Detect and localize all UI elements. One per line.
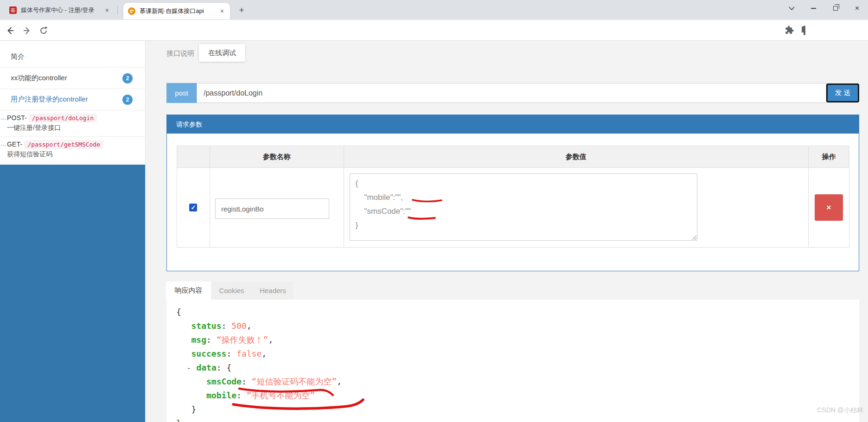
minimize-button[interactable] (803, 0, 824, 16)
json-line: success: false, (176, 347, 342, 361)
tab-api-description[interactable]: 接口说明 (166, 49, 194, 58)
cell-param-name (210, 168, 344, 247)
browser-toolbar: localhost:8003/doc.html 更新 ⋮ (0, 20, 868, 41)
row-checkbox[interactable]: ✓ (189, 204, 197, 211)
tab-title: 媒体号作家中心 - 注册/登录 (21, 6, 100, 14)
json-line: msg: “操作失败！”, (176, 333, 342, 347)
tab-cookies[interactable]: Cookies (211, 281, 252, 300)
sidebar: 简介xx功能的controller2用户注册登录的controller2POST… (0, 41, 146, 422)
json-line: smsCode: “短信验证码不能为空”, (176, 375, 342, 389)
api-method: POST- (7, 114, 27, 121)
restore-button[interactable] (824, 0, 846, 16)
api-doc-favicon (128, 7, 135, 15)
json-line: { (176, 305, 342, 319)
cell-select: ✓ (177, 168, 210, 247)
main-content: 接口说明 在线调试 post 发 送 请求参数 参数名称 参数值 操作 ✓ (146, 41, 868, 422)
param-name-input[interactable] (215, 198, 329, 219)
table-header-row: 参数名称 参数值 操作 (177, 146, 849, 168)
close-button[interactable]: × (846, 0, 868, 16)
sidebar-filler (0, 165, 145, 422)
tab-online-debug[interactable]: 在线调试 (199, 44, 245, 62)
tab-search-chevron-icon[interactable] (781, 0, 803, 16)
api-path: /passport/doLogin (29, 114, 97, 122)
sidebar-item-api[interactable]: GET-/passport/getSMSCode获得短信验证码 (0, 137, 145, 163)
new-tab-button[interactable]: + (236, 4, 248, 16)
json-line: } (176, 416, 342, 422)
browser-window: 慕 媒体号作家中心 - 注册/登录 × 慕课新闻·自媒体接口api × + × (0, 0, 868, 422)
extensions-puzzle-icon[interactable] (784, 25, 794, 35)
api-desc: 一键注册/登录接口 (7, 124, 140, 132)
sidebar-items: 简介xx功能的controller2用户注册登录的controller2POST… (0, 46, 145, 163)
panel-title: 请求参数 (167, 115, 859, 134)
tab-close-icon[interactable]: × (219, 7, 225, 15)
response-json: { status: 500, msg: “操作失败！”, success: fa… (176, 305, 342, 422)
sidebar-item-intro[interactable]: 简介 (0, 46, 145, 68)
browser-tab-bar: 慕 媒体号作家中心 - 注册/登录 × 慕课新闻·自媒体接口api × + × (0, 0, 868, 20)
request-url-input[interactable] (197, 83, 826, 103)
http-method-chip: post (166, 83, 197, 103)
tab-response-content[interactable]: 响应内容 (166, 281, 211, 300)
api-desc: 获得短信验证码 (7, 150, 140, 159)
params-table: 参数名称 参数值 操作 ✓ { "mobile":"", "smsCode" (177, 146, 849, 248)
sidebar-item-label: xx功能的controller (11, 74, 67, 82)
sidebar-item-label: 简介 (11, 52, 25, 60)
tab-close-icon[interactable]: × (104, 6, 110, 14)
back-button[interactable] (4, 24, 17, 37)
sidebar-item-controller[interactable]: 用户注册登录的controller2 (0, 89, 145, 110)
sidebar-item-api[interactable]: POST-/passport/doLogin一键注册/登录接口 (0, 110, 145, 137)
browser-tab-api-doc[interactable]: 慕课新闻·自媒体接口api × (123, 3, 230, 19)
send-button[interactable]: 发 送 (826, 83, 859, 102)
table-row: ✓ { "mobile":"", "smsCode":"" } × (177, 168, 849, 248)
col-actions: 操作 (809, 146, 849, 167)
sidebar-item-label: 用户注册登录的controller (11, 95, 88, 103)
param-value-textarea[interactable]: { "mobile":"", "smsCode":"" } (350, 173, 697, 241)
json-line: mobile: “手机号不能为空” (176, 389, 342, 403)
api-method: GET- (7, 141, 22, 148)
forward-button[interactable] (20, 24, 33, 37)
reload-button[interactable] (37, 24, 50, 37)
tab-headers[interactable]: Headers (252, 281, 294, 300)
col-select (177, 146, 210, 167)
json-line: - data: { (176, 361, 342, 375)
browser-tab-writer-center[interactable]: 慕 媒体号作家中心 - 注册/登录 × (5, 2, 115, 19)
count-badge: 2 (122, 95, 133, 105)
tab-title: 慕课新闻·自媒体接口api (140, 7, 215, 15)
api-path: /passport/getSMSCode (24, 140, 103, 149)
side-panel-icon[interactable] (804, 26, 805, 35)
writer-center-favicon: 慕 (9, 6, 17, 14)
json-line: status: 500, (176, 319, 342, 333)
cell-param-value: { "mobile":"", "smsCode":"" } (344, 168, 809, 247)
doc-page: 简介xx功能的controller2用户注册登录的controller2POST… (0, 41, 868, 422)
window-controls: × (781, 0, 868, 17)
cell-actions: × (809, 168, 849, 247)
json-line: } (176, 403, 342, 416)
col-param-name: 参数名称 (210, 146, 344, 167)
sidebar-item-controller[interactable]: xx功能的controller2 (0, 68, 145, 89)
col-param-value: 参数值 (344, 146, 809, 167)
csdn-watermark: CSDN @小枯林 (817, 406, 863, 415)
response-body: { status: 500, msg: “操作失败！”, success: fa… (166, 300, 859, 422)
count-badge: 2 (122, 73, 133, 83)
delete-row-button[interactable]: × (815, 194, 843, 221)
response-tabs: 响应内容 Cookies Headers (166, 281, 294, 300)
request-params-panel: 请求参数 参数名称 参数值 操作 ✓ (166, 115, 859, 271)
